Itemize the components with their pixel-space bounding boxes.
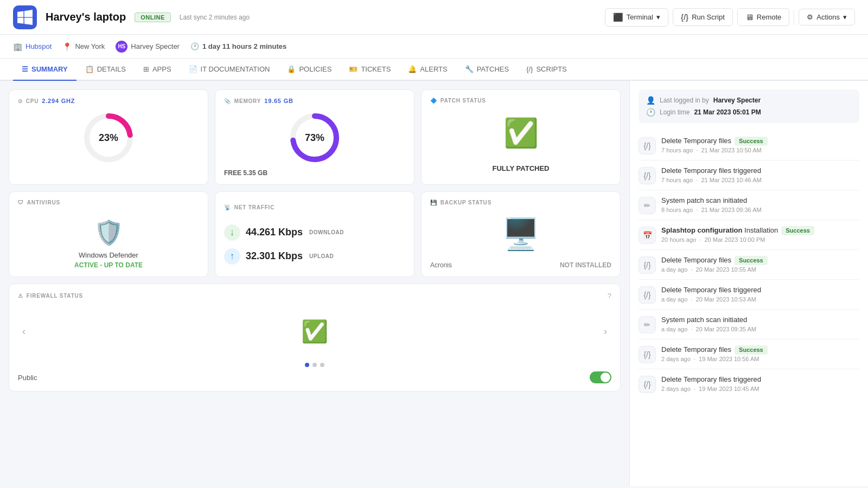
tab-apps[interactable]: ⊞ APPS [135,59,180,81]
clock-icon: 🕐 [646,108,655,117]
firewall-dots [18,363,611,367]
backup-title: 💾 BACKUP STATUS [430,200,611,206]
tab-it-documentation[interactable]: 📄 IT DOCUMENTATION [180,59,279,81]
tab-details-label: DETAILS [97,65,126,73]
summary-icon: ☰ [22,65,28,73]
tab-alerts[interactable]: 🔔 ALERTS [399,59,456,81]
av-title-text: ANTIVIRUS [27,200,60,206]
memory-title: 📎 MEMORY 19.65 GB [224,98,405,104]
activity-item: 📅 Splashtop configuration InstallationSu… [639,220,859,250]
main-content: ⊙ CPU 2.294 GHz 23% 📎 MEMORY 19.6 [0,81,868,486]
activity-item: {/} Delete Temporary files triggered 2 d… [639,369,859,399]
activity-title: Delete Temporary files triggered [661,285,859,295]
cpu-title-text: CPU [26,98,39,104]
details-icon: 📋 [85,65,94,73]
tab-patches[interactable]: 🔧 PATCHES [456,59,518,81]
apps-icon: ⊞ [143,65,149,73]
firewall-body: ‹ ✅ › [18,304,611,358]
run-script-button[interactable]: {/} Run Script [673,8,733,26]
activity-meta: 20 hours ago · 20 Mar 2023 10:00 PM [661,236,859,243]
sub-header: 🏢 Hubspot 📍 New York HS Harvey Specter 🕐… [0,35,868,59]
activity-item: {/} Delete Temporary filesSuccess 7 hour… [639,131,859,160]
logged-by-label: Last logged in by [660,97,709,104]
fw-dot-3 [320,363,324,367]
nav-tabs: ☰ SUMMARY 📋 DETAILS ⊞ APPS 📄 IT DOCUMENT… [0,59,868,81]
patch-card: 🔷 PATCH STATUS ✅ FULLY PATCHED [421,89,621,185]
location-item: 📍 New York [62,42,105,51]
firewall-profile: Public [18,374,37,382]
actions-button[interactable]: ⚙ Actions ▾ [799,9,855,25]
activity-title: Splashtop configuration InstallationSucc… [661,226,859,235]
activity-item: {/} Delete Temporary filesSuccess a day … [639,250,859,280]
tickets-icon: 🎫 [349,65,358,73]
scripts-icon: {/} [526,65,533,73]
net-title: 📡 NET TRAFFIC [224,204,405,210]
tab-apps-label: APPS [152,65,171,73]
header: Harvey's laptop ONLINE Last sync 2 minut… [0,0,868,35]
firewall-title: ⚠ FIREWALL STATUS [18,293,83,299]
av-title: 🛡 ANTIVIRUS [18,200,60,206]
memory-icon: 📎 [224,98,231,104]
hubspot-link[interactable]: Hubspot [25,42,52,50]
remote-label: Remote [757,13,782,21]
itdoc-icon: 📄 [189,65,197,73]
tab-scripts[interactable]: {/} SCRIPTS [518,59,576,81]
backup-title-text: BACKUP STATUS [441,200,492,206]
activity-title: Delete Temporary files triggered [661,166,859,176]
tab-details[interactable]: 📋 DETAILS [76,59,135,81]
activity-icon: {/} [639,137,656,155]
activity-icon: {/} [639,167,656,184]
av-detail-text: UP TO DATE [104,261,143,269]
av-name: Windows Defender [79,251,138,259]
activity-icon: {/} [639,256,656,274]
backup-image: 🖥️ [430,216,611,252]
patch-title-text: PATCH STATUS [441,98,486,104]
actions-chevron-icon: ▾ [843,13,847,21]
login-time-value: 21 Mar 2023 05:01 PM [694,108,761,116]
clock-icon: 🕐 [190,42,199,50]
tab-summary[interactable]: ☰ SUMMARY [13,59,76,81]
uptime-item: 🕐 1 day 11 hours 2 minutes [190,42,286,50]
activity-content: Delete Temporary files triggered 7 hours… [661,166,859,183]
activity-meta: 7 hours ago · 21 Mar 2023 10:46 AM [661,177,859,183]
net-icon: 📡 [224,204,231,210]
cpu-freq: 2.294 GHz [42,98,75,104]
free-value: 5.35 GB [243,169,267,177]
firewall-prev-button[interactable]: ‹ [18,324,30,339]
activity-icon: ✏ [639,316,656,333]
fw-dot-1 [305,363,309,367]
terminal-chevron-icon: ▾ [656,13,660,21]
av-active-text: ACTIVE [74,261,98,269]
firewall-header: ⚠ FIREWALL STATUS ? [18,292,611,300]
firewall-help-icon[interactable]: ? [608,292,611,300]
tab-policies[interactable]: 🔒 POLICIES [278,59,340,81]
download-row: ↓ 44.261 Kbps DOWNLOAD [224,224,405,241]
tab-patches-label: PATCHES [477,65,509,73]
tab-tickets[interactable]: 🎫 TICKETS [340,59,399,81]
fw-dot-2 [312,363,317,367]
antivirus-card: 🛡 ANTIVIRUS 🛡️ Windows Defender ACTIVE -… [9,191,208,277]
patches-icon: 🔧 [465,65,474,73]
online-badge: ONLINE [135,12,171,22]
download-speed: 44.261 Kbps [246,227,303,238]
av-separator: - [100,261,104,269]
device-title: Harvey's laptop [46,11,126,23]
top-metrics-row: ⊙ CPU 2.294 GHz 23% 📎 MEMORY 19.6 [9,89,621,185]
firewall-toggle[interactable] [590,371,611,383]
activity-meta: a day ago · 20 Mar 2023 10:53 AM [661,296,859,303]
net-title-text: NET TRAFFIC [234,204,275,210]
activity-icon: 📅 [639,227,656,244]
login-time-row: 🕐 Login time 21 Mar 2023 05:01 PM [646,108,852,117]
activity-content: Splashtop configuration InstallationSucc… [661,226,859,243]
activity-title: System patch scan initiated [661,315,859,325]
net-traffic-card: 📡 NET TRAFFIC ↓ 44.261 Kbps DOWNLOAD ↑ 3… [215,191,414,277]
av-status: ACTIVE - UP TO DATE [74,261,143,269]
activity-icon: {/} [639,346,656,363]
location-text: New York [75,42,105,50]
activity-item: {/} Delete Temporary files triggered 7 h… [639,160,859,190]
remote-button[interactable]: 🖥 Remote [737,8,790,26]
terminal-button[interactable]: ⬛ Terminal ▾ [605,8,668,27]
upload-label: UPLOAD [309,253,334,259]
firewall-next-button[interactable]: › [599,324,611,339]
activity-list: {/} Delete Temporary filesSuccess 7 hour… [639,131,859,399]
